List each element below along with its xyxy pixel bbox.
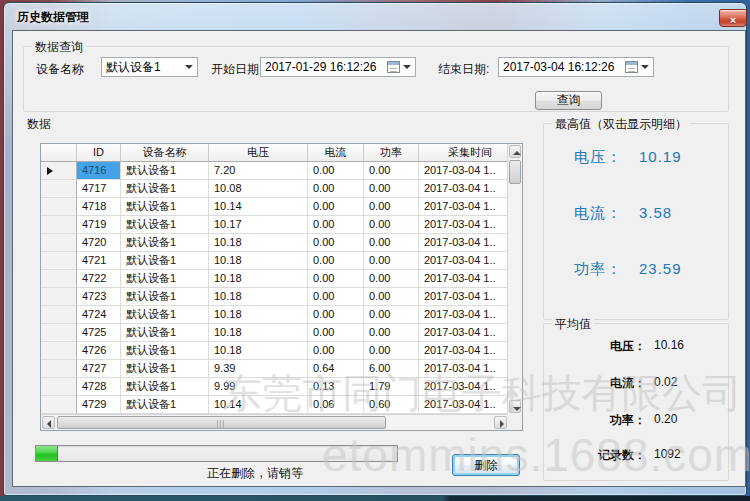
cell-name[interactable]: 默认设备1 xyxy=(121,234,209,252)
column-header-power[interactable]: 功率 xyxy=(364,144,419,162)
cell-voltage[interactable]: 10.18 xyxy=(209,324,308,342)
cell-current[interactable]: 0.00 xyxy=(308,198,364,216)
cell-current[interactable]: 0.13 xyxy=(308,378,364,396)
table-row[interactable]: 4724默认设备110.180.000.002017-03-04 1.. xyxy=(41,306,522,324)
cell-id[interactable]: 4726 xyxy=(77,342,121,360)
cell-voltage[interactable]: 10.18 xyxy=(209,252,308,270)
cell-id[interactable]: 4717 xyxy=(77,180,121,198)
cell-name[interactable]: 默认设备1 xyxy=(121,378,209,396)
table-row[interactable]: 4727默认设备19.390.646.002017-03-04 1.. xyxy=(41,360,522,378)
cell-name[interactable]: 默认设备1 xyxy=(121,216,209,234)
table-row[interactable]: 4716默认设备17.200.000.002017-03-04 1.. xyxy=(41,162,522,180)
table-row[interactable]: 4726默认设备110.180.000.002017-03-04 1.. xyxy=(41,342,522,360)
cell-voltage[interactable]: 10.18 xyxy=(209,342,308,360)
column-header-id[interactable]: ID xyxy=(77,144,121,162)
row-header-cell[interactable] xyxy=(41,252,77,270)
cell-id[interactable]: 4729 xyxy=(77,396,121,414)
cell-power[interactable]: 0.00 xyxy=(364,252,419,270)
cell-power[interactable]: 0.00 xyxy=(364,216,419,234)
cell-current[interactable]: 0.00 xyxy=(308,270,364,288)
cell-current[interactable]: 0.00 xyxy=(308,342,364,360)
table-row[interactable]: 4721默认设备110.180.000.002017-03-04 1.. xyxy=(41,252,522,270)
row-header-cell[interactable] xyxy=(41,216,77,234)
cell-power[interactable]: 0.00 xyxy=(364,180,419,198)
cell-voltage[interactable]: 10.17 xyxy=(209,216,308,234)
cell-id[interactable]: 4716 xyxy=(77,162,121,180)
cell-current[interactable]: 0.64 xyxy=(308,360,364,378)
row-header-cell[interactable] xyxy=(41,198,77,216)
vertical-scrollbar[interactable] xyxy=(507,144,522,414)
cell-voltage[interactable]: 10.18 xyxy=(209,234,308,252)
table-row[interactable]: 4728默认设备19.990.131.792017-03-04 1.. xyxy=(41,378,522,396)
cell-power[interactable]: 0.00 xyxy=(364,306,419,324)
cell-voltage[interactable]: 10.18 xyxy=(209,270,308,288)
cell-name[interactable]: 默认设备1 xyxy=(121,288,209,306)
table-row[interactable]: 4729默认设备110.140.060.602017-03-04 1.. xyxy=(41,396,522,414)
cell-id[interactable]: 4720 xyxy=(77,234,121,252)
cell-current[interactable]: 0.00 xyxy=(308,180,364,198)
cell-name[interactable]: 默认设备1 xyxy=(121,396,209,414)
cell-power[interactable]: 0.00 xyxy=(364,162,419,180)
table-row[interactable]: 4723默认设备110.180.000.002017-03-04 1.. xyxy=(41,288,522,306)
row-header-cell[interactable] xyxy=(41,324,77,342)
cell-id[interactable]: 4719 xyxy=(77,216,121,234)
cell-name[interactable]: 默认设备1 xyxy=(121,162,209,180)
row-header-cell[interactable] xyxy=(41,162,77,180)
row-header-cell[interactable] xyxy=(41,306,77,324)
cell-id[interactable]: 4718 xyxy=(77,198,121,216)
column-header-voltage[interactable]: 电压 xyxy=(209,144,308,162)
delete-button[interactable]: 删除 xyxy=(452,454,520,476)
cell-current[interactable]: 0.00 xyxy=(308,234,364,252)
cell-current[interactable]: 0.00 xyxy=(308,288,364,306)
vertical-scroll-thumb[interactable] xyxy=(509,160,521,184)
cell-name[interactable]: 默认设备1 xyxy=(121,180,209,198)
start-date-picker[interactable]: 2017-01-29 16:12:26 xyxy=(260,57,416,77)
scroll-right-button[interactable] xyxy=(494,416,507,429)
cell-current[interactable]: 0.00 xyxy=(308,252,364,270)
row-header-cell[interactable] xyxy=(41,342,77,360)
cell-voltage[interactable]: 10.18 xyxy=(209,306,308,324)
cell-name[interactable]: 默认设备1 xyxy=(121,252,209,270)
cell-name[interactable]: 默认设备1 xyxy=(121,342,209,360)
table-row[interactable]: 4717默认设备110.080.000.002017-03-04 1.. xyxy=(41,180,522,198)
cell-voltage[interactable]: 10.08 xyxy=(209,180,308,198)
cell-voltage[interactable]: 9.39 xyxy=(209,360,308,378)
cell-id[interactable]: 4727 xyxy=(77,360,121,378)
device-name-select[interactable]: 默认设备1 xyxy=(101,57,198,77)
cell-current[interactable]: 0.00 xyxy=(308,306,364,324)
table-row[interactable]: 4719默认设备110.170.000.002017-03-04 1.. xyxy=(41,216,522,234)
cell-power[interactable]: 0.00 xyxy=(364,234,419,252)
row-header-stub[interactable] xyxy=(41,144,77,162)
cell-power[interactable]: 0.00 xyxy=(364,198,419,216)
horizontal-scroll-thumb[interactable] xyxy=(57,416,386,429)
cell-current[interactable]: 0.00 xyxy=(308,324,364,342)
cell-id[interactable]: 4722 xyxy=(77,270,121,288)
query-button[interactable]: 查询 xyxy=(535,91,602,110)
table-row[interactable]: 4720默认设备110.180.000.002017-03-04 1.. xyxy=(41,234,522,252)
cell-power[interactable]: 0.00 xyxy=(364,270,419,288)
column-header-name[interactable]: 设备名称 xyxy=(121,144,209,162)
scroll-down-button[interactable] xyxy=(509,400,521,413)
cell-id[interactable]: 4724 xyxy=(77,306,121,324)
cell-voltage[interactable]: 9.99 xyxy=(209,378,308,396)
table-row[interactable]: 4722默认设备110.180.000.002017-03-04 1.. xyxy=(41,270,522,288)
cell-name[interactable]: 默认设备1 xyxy=(121,306,209,324)
cell-voltage[interactable]: 10.14 xyxy=(209,396,308,414)
cell-name[interactable]: 默认设备1 xyxy=(121,324,209,342)
horizontal-scrollbar[interactable] xyxy=(41,414,508,430)
cell-power[interactable]: 0.00 xyxy=(364,288,419,306)
cell-voltage[interactable]: 10.18 xyxy=(209,288,308,306)
cell-power[interactable]: 0.00 xyxy=(364,342,419,360)
row-header-cell[interactable] xyxy=(41,360,77,378)
scroll-up-button[interactable] xyxy=(509,145,521,158)
cell-id[interactable]: 4721 xyxy=(77,252,121,270)
cell-id[interactable]: 4723 xyxy=(77,288,121,306)
cell-current[interactable]: 0.00 xyxy=(308,216,364,234)
cell-voltage[interactable]: 10.14 xyxy=(209,198,308,216)
cell-power[interactable]: 0.60 xyxy=(364,396,419,414)
cell-voltage[interactable]: 7.20 xyxy=(209,162,308,180)
cell-name[interactable]: 默认设备1 xyxy=(121,198,209,216)
cell-power[interactable]: 0.00 xyxy=(364,324,419,342)
cell-current[interactable]: 0.06 xyxy=(308,396,364,414)
row-header-cell[interactable] xyxy=(41,288,77,306)
